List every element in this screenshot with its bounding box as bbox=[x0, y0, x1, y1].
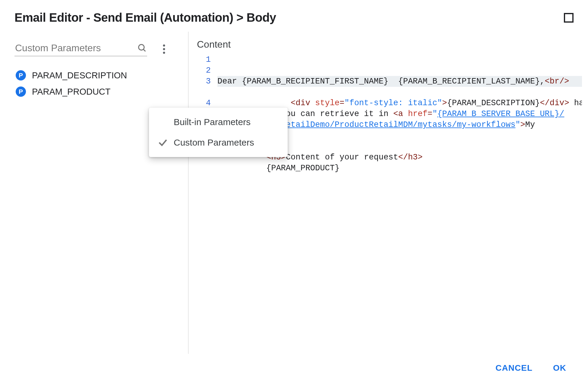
maximize-icon[interactable] bbox=[564, 13, 574, 23]
search-icon[interactable] bbox=[137, 43, 147, 53]
parameter-item[interactable]: P PARAM_PRODUCT bbox=[14, 83, 177, 100]
svg-point-2 bbox=[163, 45, 165, 47]
content-title: Content bbox=[197, 39, 582, 50]
menu-item-label: Built-in Parameters bbox=[174, 117, 251, 127]
dialog-header: Email Editor - Send Email (Automation) >… bbox=[0, 0, 588, 32]
menu-item-builtin-parameters[interactable]: Built-in Parameters bbox=[149, 112, 288, 132]
search-input-wrap bbox=[14, 42, 147, 56]
menu-item-label: Custom Parameters bbox=[174, 137, 254, 148]
menu-item-custom-parameters[interactable]: Custom Parameters bbox=[149, 132, 288, 153]
parameter-list: P PARAM_DESCRIPTION P PARAM_PRODUCT bbox=[14, 67, 177, 100]
parameter-badge-icon: P bbox=[16, 70, 26, 80]
line-number: 1 bbox=[197, 54, 211, 65]
code-line: uctRetailDemo/ProductRetailMDM/mytasks/m… bbox=[266, 120, 535, 129]
content-pane: Content 1 2 3 4 5 6 7 Dear {PARAM_B_RECI… bbox=[188, 32, 588, 354]
parameter-label: PARAM_DESCRIPTION bbox=[32, 71, 127, 80]
svg-point-3 bbox=[163, 48, 165, 50]
search-input[interactable] bbox=[14, 42, 137, 54]
dialog-footer: CANCEL OK bbox=[0, 354, 588, 384]
parameters-sidebar: P PARAM_DESCRIPTION P PARAM_PRODUCT bbox=[14, 32, 177, 354]
code-line: <h3>Content of your request</h3> bbox=[266, 153, 423, 162]
check-icon bbox=[157, 117, 168, 127]
line-number: 3 bbox=[206, 76, 211, 87]
email-editor-dialog: Email Editor - Send Email (Automation) >… bbox=[0, 0, 588, 384]
ok-button[interactable]: OK bbox=[551, 363, 568, 373]
cancel-button[interactable]: CANCEL bbox=[494, 363, 534, 373]
parameter-badge-icon: P bbox=[16, 87, 26, 97]
svg-line-1 bbox=[144, 49, 146, 52]
more-menu-button[interactable] bbox=[157, 42, 171, 56]
code-line: {PARAM_PRODUCT} bbox=[266, 164, 340, 173]
code-line: Dear {PARAM_B_RECIPIENT_FIRST_NAME} {PAR… bbox=[217, 76, 582, 87]
parameter-item[interactable]: P PARAM_DESCRIPTION bbox=[14, 67, 177, 83]
svg-point-4 bbox=[163, 52, 165, 54]
line-number: 4 bbox=[197, 98, 211, 109]
code-line: <div style="font-style: italic">{PARAM_D… bbox=[266, 99, 582, 108]
dialog-title: Email Editor - Send Email (Automation) >… bbox=[14, 11, 276, 24]
line-number: 2 bbox=[197, 65, 211, 76]
parameter-type-menu: Built-in Parameters Custom Parameters bbox=[149, 108, 288, 157]
search-row bbox=[14, 42, 177, 56]
parameter-label: PARAM_PRODUCT bbox=[32, 87, 111, 97]
dialog-body: P PARAM_DESCRIPTION P PARAM_PRODUCT Cont… bbox=[0, 32, 588, 354]
svg-point-0 bbox=[139, 45, 144, 50]
check-icon bbox=[157, 137, 168, 148]
code-line: d. You can retrieve it in <a href="{PARA… bbox=[266, 109, 564, 118]
